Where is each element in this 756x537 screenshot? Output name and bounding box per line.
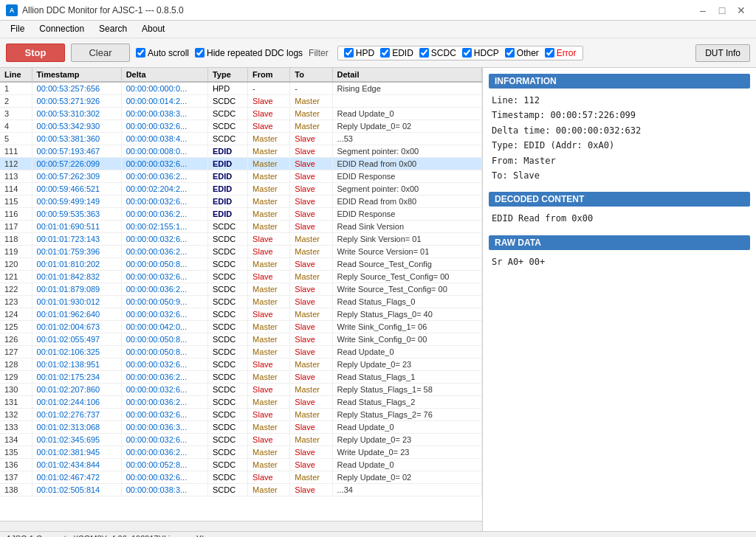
clear-button[interactable]: Clear <box>71 44 130 62</box>
information-header: INFORMATION <box>489 74 750 89</box>
table-row[interactable]: 124 00:01:01:962:640 00:00:00:032:6... S… <box>0 308 482 321</box>
cell-delta: 00:00:00:032:6... <box>121 233 207 246</box>
table-row[interactable]: 2 00:00:53:271:926 00:00:00:014:2... SCD… <box>0 95 482 108</box>
cell-delta: 00:00:00:032:6... <box>121 271 207 283</box>
table-row[interactable]: 121 00:01:01:842:832 00:00:00:032:6... S… <box>0 271 482 283</box>
cell-line: 113 <box>0 170 32 183</box>
cell-delta: 00:00:00:000:0... <box>121 82 207 95</box>
filter-other[interactable]: Other <box>505 48 539 58</box>
col-delta[interactable]: Delta <box>121 68 207 82</box>
minimize-button[interactable]: – <box>694 3 712 18</box>
table-row[interactable]: 130 00:01:02:207:860 00:00:00:032:6... S… <box>0 384 482 396</box>
cell-line: 129 <box>0 371 32 384</box>
stop-button[interactable]: Stop <box>6 44 65 62</box>
cell-to: Master <box>290 434 332 446</box>
table-row[interactable]: 113 00:00:57:262:309 00:00:00:036:2... E… <box>0 170 482 183</box>
cell-line: 121 <box>0 271 32 283</box>
cell-line: 2 <box>0 95 32 108</box>
table-row[interactable]: 133 00:01:02:313:068 00:00:00:036:3... S… <box>0 421 482 434</box>
cell-to: Slave <box>290 296 332 308</box>
hide-repeated-checkbox[interactable]: Hide repeated DDC logs <box>195 48 303 58</box>
table-row[interactable]: 115 00:00:59:499:149 00:00:00:032:6... E… <box>0 195 482 208</box>
col-timestamp[interactable]: Timestamp <box>32 68 121 82</box>
horizontal-scrollbar[interactable] <box>0 521 482 531</box>
col-from[interactable]: From <box>248 68 290 82</box>
cell-timestamp: 00:00:59:499:149 <box>32 195 121 208</box>
cell-type: SCDC <box>207 296 247 308</box>
table-row[interactable]: 134 00:01:02:345:695 00:00:00:032:6... S… <box>0 434 482 446</box>
table-row[interactable]: 122 00:01:01:879:089 00:00:00:036:2... S… <box>0 283 482 296</box>
cell-delta: 00:00:00:032:6... <box>121 308 207 321</box>
menu-file[interactable]: File <box>3 22 32 36</box>
table-row[interactable]: 131 00:01:02:244:106 00:00:00:036:2... S… <box>0 396 482 409</box>
cell-from: Master <box>248 283 290 296</box>
filter-hdcp[interactable]: HDCP <box>462 48 499 58</box>
cell-to: Master <box>290 358 332 371</box>
cell-from: Slave <box>248 384 290 396</box>
cell-from: Slave <box>248 434 290 446</box>
table-row[interactable]: 136 00:01:02:434:844 00:00:00:052:8... S… <box>0 459 482 471</box>
cell-detail: Read Source_Test_Config <box>332 258 481 271</box>
cell-line: 1 <box>0 82 32 95</box>
cell-delta: 00:00:00:008:0... <box>121 145 207 158</box>
filter-scdc[interactable]: SCDC <box>419 48 456 58</box>
col-line[interactable]: Line <box>0 68 32 82</box>
table-row[interactable]: 137 00:01:02:467:472 00:00:00:032:6... S… <box>0 471 482 484</box>
filter-hpd[interactable]: HPD <box>344 48 374 58</box>
table-row[interactable]: 111 00:00:57:193:467 00:00:00:008:0... E… <box>0 145 482 158</box>
cell-detail: Write Sink_Config_0= 00 <box>332 333 481 346</box>
table-row[interactable]: 112 00:00:57:226:099 00:00:00:032:6... E… <box>0 158 482 170</box>
auto-scroll-checkbox[interactable]: Auto scroll <box>136 48 189 58</box>
decoded-section: DECODED CONTENT EDID Read from 0x00 <box>489 192 750 226</box>
table-row[interactable]: 118 00:01:01:723:143 00:00:00:032:6... S… <box>0 233 482 246</box>
cell-from: Master <box>248 396 290 409</box>
cell-line: 138 <box>0 484 32 496</box>
table-row[interactable]: 126 00:01:02:055:497 00:00:00:050:8... S… <box>0 333 482 346</box>
cell-delta: 00:00:00:036:2... <box>121 208 207 221</box>
menu-connection[interactable]: Connection <box>32 22 92 36</box>
table-row[interactable]: 120 00:01:01:810:202 00:00:00:050:8... S… <box>0 258 482 271</box>
table-row[interactable]: 4 00:00:53:342:930 00:00:00:032:6... SCD… <box>0 120 482 133</box>
table-row[interactable]: 138 00:01:02:505:814 00:00:00:038:3... S… <box>0 484 482 496</box>
cell-from: Master <box>248 208 290 221</box>
table-row[interactable]: 132 00:01:02:276:737 00:00:00:032:6... S… <box>0 409 482 421</box>
col-to[interactable]: To <box>290 68 332 82</box>
menu-about[interactable]: About <box>134 22 172 36</box>
table-row[interactable]: 114 00:00:59:466:521 00:00:02:204:2... E… <box>0 183 482 195</box>
close-button[interactable]: ✕ <box>732 3 750 18</box>
cell-timestamp: 00:01:01:962:640 <box>32 308 121 321</box>
log-table-container[interactable]: Line Timestamp Delta Type From To Detail… <box>0 68 482 521</box>
col-detail[interactable]: Detail <box>332 68 481 82</box>
cell-to: Slave <box>290 283 332 296</box>
table-row[interactable]: 135 00:01:02:381:945 00:00:00:036:2... S… <box>0 446 482 459</box>
cell-line: 114 <box>0 183 32 195</box>
cell-from: Master <box>248 459 290 471</box>
maximize-button[interactable]: □ <box>713 3 731 18</box>
cell-line: 132 <box>0 409 32 421</box>
cell-type: SCDC <box>207 434 247 446</box>
cell-timestamp: 00:00:53:271:926 <box>32 95 121 108</box>
table-row[interactable]: 128 00:01:02:138:951 00:00:00:032:6... S… <box>0 358 482 371</box>
table-row[interactable]: 125 00:01:02:004:673 00:00:00:042:0... S… <box>0 321 482 333</box>
table-row[interactable]: 123 00:01:01:930:012 00:00:00:050:9... S… <box>0 296 482 308</box>
table-row[interactable]: 1 00:00:53:257:656 00:00:00:000:0... HPD… <box>0 82 482 95</box>
window-controls: – □ ✕ <box>694 3 750 18</box>
table-row[interactable]: 127 00:01:02:106:325 00:00:00:050:8... S… <box>0 346 482 358</box>
table-row[interactable]: 116 00:00:59:535:363 00:00:00:036:2... E… <box>0 208 482 221</box>
cell-to: Master <box>290 308 332 321</box>
table-row[interactable]: 119 00:01:01:759:396 00:00:00:036:2... S… <box>0 246 482 258</box>
cell-detail: Read Status_Flags_1 <box>332 371 481 384</box>
cell-to: Slave <box>290 195 332 208</box>
filter-error[interactable]: Error <box>545 48 577 58</box>
cell-line: 120 <box>0 258 32 271</box>
cell-to: Slave <box>290 459 332 471</box>
dut-info-button[interactable]: DUT Info <box>695 44 750 62</box>
col-type[interactable]: Type <box>207 68 247 82</box>
table-row[interactable]: 117 00:01:01:690:511 00:00:02:155:1... S… <box>0 221 482 233</box>
table-row[interactable]: 3 00:00:53:310:302 00:00:00:038:3... SCD… <box>0 108 482 120</box>
menu-search[interactable]: Search <box>92 22 134 36</box>
filter-edid[interactable]: EDID <box>380 48 413 58</box>
cell-from: Slave <box>248 308 290 321</box>
table-row[interactable]: 129 00:01:02:175:234 00:00:00:036:2... S… <box>0 371 482 384</box>
table-row[interactable]: 5 00:00:53:381:360 00:00:00:038:4... SCD… <box>0 133 482 145</box>
